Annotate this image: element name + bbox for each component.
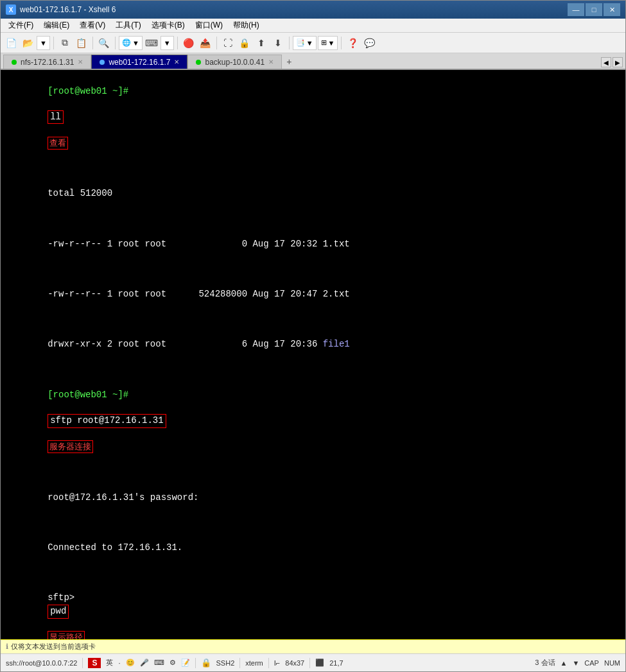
pwd-command-box: pwd [48,605,69,619]
ssh2-label: SSH2 [216,659,235,667]
num-label: NUM [604,659,620,667]
ime-keyboard: ⌨ [154,659,164,667]
pwd-annotation: 显示路径 [48,631,85,639]
encoding-label: xterm [245,659,263,667]
notify-bar: ℹ 仅将文本发送到当前选项卡 [1,639,625,653]
menu-help[interactable]: 帮助(H) [228,19,265,32]
tab-dot-nfs [12,60,17,65]
tab-nav-left[interactable]: ◀ [601,57,611,67]
compose-dropdown[interactable]: ▼ [161,36,174,50]
lock-button[interactable]: 🔒 [237,35,252,51]
ime-icon: S [88,658,101,668]
copy-button[interactable]: ⧉ [57,35,73,51]
ll-annotation: 查看 [48,137,68,150]
window-title: web01-172.16.1.7 - Xshell 6 [20,5,568,14]
terminal-line-6: [root@web01 ~]# sftp root@172.16.1.31 服务… [4,376,622,466]
menu-edit[interactable]: 编辑(E) [39,19,74,32]
sftp-command-box: sftp root@172.16.1.31 [48,414,166,428]
tab-add-button[interactable]: + [282,55,296,69]
toolbar: 📄 📂 ▼ ⧉ 📋 🔍 🌐▼ ⌨ ▼ 🔴 📤 ⛶ 🔒 ⬆ ⬇ 📑▼ ⊞▼ [1,33,625,53]
ime-dot: · [118,659,120,667]
main-window: X web01-172.16.1.7 - Xshell 6 — □ ✕ 文件(F… [0,0,626,672]
tab-nav: ◀ ▶ [601,57,623,69]
compose-button[interactable]: ⌨ [144,35,159,51]
color-dropdown[interactable]: 🌐▼ [119,36,143,50]
sessions-label: 3 会话 [535,658,555,668]
status-sep4 [268,658,269,668]
status-sep5 [309,658,310,668]
app-icon: X [6,4,16,15]
terminal-line-9: sftp> pwd 显示路径 [4,580,622,639]
sep2 [92,37,93,49]
maximize-button[interactable]: □ [586,3,602,16]
tab-label-nfs: nfs-172.16.1.31 [21,58,74,67]
session-dropdown[interactable]: ▼ [37,36,50,50]
tab-nfs[interactable]: nfs-172.16.1.31 ✕ [3,55,91,69]
tab-close-web01[interactable]: ✕ [174,58,179,65]
fullscreen-button[interactable]: ⛶ [220,35,236,51]
tab-backup[interactable]: backup-10.0.0.41 ✕ [187,55,282,69]
caps-label: CAP [584,659,599,667]
status-ssh: ssh://root@10.0.0.7:22 [6,659,77,667]
pos-label: ⬛ [315,659,324,667]
open-button[interactable]: 📂 [20,35,35,51]
pos-value: 21,7 [329,659,343,667]
tab-close-nfs[interactable]: ✕ [78,58,83,65]
transfer-button[interactable]: 📤 [198,35,213,51]
tab-label-web01: web01-172.16.1.7 [109,58,170,67]
menu-tab[interactable]: 选项卡(B) [146,19,190,32]
stop-button[interactable]: 🔴 [181,35,196,51]
menu-file[interactable]: 文件(F) [3,19,39,32]
notify-icon: ℹ [6,642,8,651]
menu-view[interactable]: 查看(V) [74,19,110,32]
tab-close-backup[interactable]: ✕ [268,58,274,65]
menu-bar: 文件(F) 编辑(E) 查看(V) 工具(T) 选项卡(B) 窗口(W) 帮助(… [1,19,625,33]
arrow-up[interactable]: ▲ [561,659,568,667]
status-right: 3 会话 ▲ ▼ CAP NUM [535,658,620,668]
download-button[interactable]: ⬇ [270,35,286,51]
sep6 [289,37,290,49]
upload-button[interactable]: ⬆ [254,35,269,51]
ime-label: 英 [106,658,113,668]
new-session-button[interactable]: 📄 [3,35,19,51]
arrow-down[interactable]: ▼ [572,659,579,667]
terminal-line-7: root@172.16.1.31's password: [4,479,622,517]
status-bar: ssh://root@10.0.0.7:22 S 英 · 😊 🎤 ⌨ ⚙ 📝 🔒… [1,653,625,671]
terminal-line-4: -rw-r--r-- 1 root root 524288000 Aug 17 … [4,276,622,314]
terminal-line-3: -rw-r--r-- 1 root root 0 Aug 17 20:32 1.… [4,225,622,263]
notify-text: 仅将文本发送到当前选项卡 [11,642,96,651]
menu-tools[interactable]: 工具(T) [110,19,146,32]
tab-dot-backup [196,60,201,65]
size-label: I⌐ [274,659,280,667]
tab-label-backup: backup-10.0.0.41 [205,58,265,67]
status-sep2 [195,658,196,668]
menu-window[interactable]: 窗口(W) [190,19,228,32]
sftp-annotation: 服务器连接 [48,440,93,453]
ime-mic: 🎤 [140,659,149,667]
ime-settings: ⚙ [170,659,176,667]
close-button[interactable]: ✕ [604,3,620,16]
paste-button[interactable]: 📋 [74,35,89,51]
session-list-dropdown[interactable]: 📑▼ [293,36,317,50]
terminal-line-8: Connected to 172.16.1.31. [4,529,622,567]
ime-emoji1: 😊 [126,659,135,667]
terminal-area[interactable]: [root@web01 ~]# ll 查看 total 512000 -rw-r… [1,70,625,639]
minimize-button[interactable]: — [568,3,584,16]
status-sep1 [82,658,83,668]
split-dropdown[interactable]: ⊞▼ [318,36,338,50]
help-button[interactable]: ❓ [345,35,360,51]
ssh-info: ssh://root@10.0.0.7:22 [6,659,77,667]
tab-web01[interactable]: web01-172.16.1.7 ✕ [91,55,187,69]
tab-nav-right[interactable]: ▶ [613,57,623,67]
tab-bar: nfs-172.16.1.31 ✕ web01-172.16.1.7 ✕ bac… [1,53,625,70]
terminal-line-5: drwxr-xr-x 2 root root 6 Aug 17 20:36 fi… [4,326,622,364]
chat-button[interactable]: 💬 [361,35,377,51]
lock-icon: 🔒 [201,658,211,668]
status-sep3 [239,658,240,668]
ll-command-box: ll [48,110,64,125]
search-button[interactable]: 🔍 [96,35,112,51]
terminal-content[interactable]: [root@web01 ~]# ll 查看 total 512000 -rw-r… [1,70,625,639]
sep4 [177,37,178,49]
terminal-line-1: [root@web01 ~]# ll 查看 [4,73,622,162]
window-controls: — □ ✕ [568,3,620,16]
